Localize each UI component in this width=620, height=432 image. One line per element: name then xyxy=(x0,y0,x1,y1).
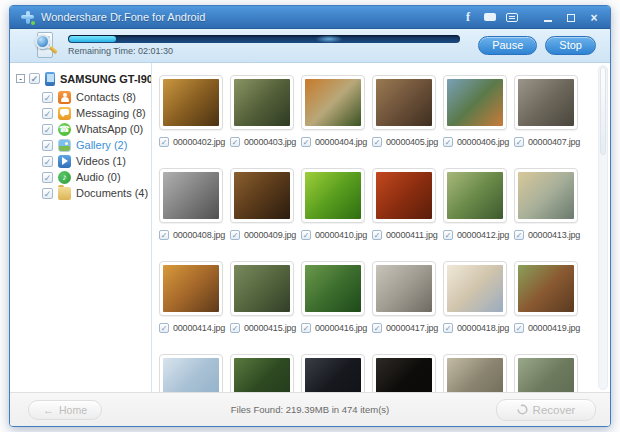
tree-collapse-icon[interactable]: - xyxy=(16,74,25,83)
gallery-item[interactable] xyxy=(230,354,294,392)
maximize-button[interactable] xyxy=(563,10,579,24)
gallery-item[interactable] xyxy=(159,354,223,392)
sidebar-item-videos[interactable]: ✓Videos (1) xyxy=(42,153,151,169)
facebook-icon[interactable]: f xyxy=(460,10,476,24)
gallery-item[interactable] xyxy=(372,354,436,392)
thumbnail-card[interactable] xyxy=(159,75,223,130)
item-checkbox[interactable]: ✓ xyxy=(159,137,169,147)
item-checkbox[interactable]: ✓ xyxy=(443,230,453,240)
thumbnail-card[interactable] xyxy=(372,261,436,316)
item-checkbox[interactable]: ✓ xyxy=(443,323,453,333)
thumbnail-card[interactable] xyxy=(230,354,294,392)
messaging-checkbox[interactable]: ✓ xyxy=(42,108,53,119)
gallery-item[interactable]: ✓00000417.jpg xyxy=(372,261,436,333)
gallery-item[interactable] xyxy=(301,354,365,392)
home-button[interactable]: ← Home xyxy=(28,400,102,420)
thumbnail-card[interactable] xyxy=(443,261,507,316)
thumbnail-card[interactable] xyxy=(372,354,436,392)
gallery-item[interactable]: ✓00000410.jpg xyxy=(301,168,365,240)
gallery-item[interactable]: ✓00000411.jpg xyxy=(372,168,436,240)
thumbnail-card[interactable] xyxy=(230,75,294,130)
item-checkbox[interactable]: ✓ xyxy=(514,323,524,333)
thumbnail-card[interactable] xyxy=(159,354,223,392)
gallery-item[interactable] xyxy=(514,354,578,392)
videos-checkbox[interactable]: ✓ xyxy=(42,156,53,167)
thumbnail-card[interactable] xyxy=(514,354,578,392)
thumbnail-card[interactable] xyxy=(301,261,365,316)
item-checkbox[interactable]: ✓ xyxy=(301,323,311,333)
scrollbar[interactable] xyxy=(598,65,608,390)
gallery-item[interactable]: ✓00000419.jpg xyxy=(514,261,578,333)
item-checkbox[interactable]: ✓ xyxy=(372,323,382,333)
gallery-item[interactable] xyxy=(443,354,507,392)
thumbnail-card[interactable] xyxy=(514,168,578,223)
thumbnail-card[interactable] xyxy=(514,261,578,316)
audio-checkbox[interactable]: ✓ xyxy=(42,172,53,183)
device-checkbox[interactable]: ✓ xyxy=(29,73,40,84)
sidebar-item-contacts[interactable]: ✓Contacts (8) xyxy=(42,89,151,105)
item-checkbox[interactable]: ✓ xyxy=(159,323,169,333)
item-checkbox[interactable]: ✓ xyxy=(230,137,240,147)
gallery-item[interactable]: ✓00000416.jpg xyxy=(301,261,365,333)
videos-icon xyxy=(58,155,71,168)
gallery-item[interactable]: ✓00000402.jpg xyxy=(159,75,223,147)
gallery-item[interactable]: ✓00000408.jpg xyxy=(159,168,223,240)
gallery-item[interactable]: ✓00000418.jpg xyxy=(443,261,507,333)
documents-checkbox[interactable]: ✓ xyxy=(42,188,53,199)
sidebar-item-documents[interactable]: ✓Documents (4) xyxy=(42,185,151,201)
thumbnail-card[interactable] xyxy=(301,168,365,223)
gallery-item[interactable]: ✓00000412.jpg xyxy=(443,168,507,240)
gallery-item[interactable]: ✓00000409.jpg xyxy=(230,168,294,240)
sidebar-device[interactable]: - ✓ SAMSUNG GT-I9001 xyxy=(16,71,151,86)
item-checkbox[interactable]: ✓ xyxy=(514,230,524,240)
thumbnail-card[interactable] xyxy=(230,168,294,223)
close-button[interactable]: × xyxy=(586,11,602,25)
thumbnail-card[interactable] xyxy=(372,168,436,223)
sidebar-item-whatsapp[interactable]: ✓☎WhatsApp (0) xyxy=(42,121,151,137)
item-checkbox[interactable]: ✓ xyxy=(443,137,453,147)
item-checkbox[interactable]: ✓ xyxy=(159,230,169,240)
pause-button[interactable]: Pause xyxy=(478,36,537,55)
item-checkbox[interactable]: ✓ xyxy=(230,230,240,240)
gallery-checkbox[interactable]: ✓ xyxy=(42,140,53,151)
thumbnail-card[interactable] xyxy=(514,75,578,130)
contacts-checkbox[interactable]: ✓ xyxy=(42,92,53,103)
thumbnail-image xyxy=(234,358,290,392)
gallery-item[interactable]: ✓00000415.jpg xyxy=(230,261,294,333)
thumbnail-card[interactable] xyxy=(443,354,507,392)
sidebar-item-audio[interactable]: ✓♪Audio (0) xyxy=(42,169,151,185)
thumbnail-card[interactable] xyxy=(301,75,365,130)
item-checkbox[interactable]: ✓ xyxy=(514,137,524,147)
item-checkbox[interactable]: ✓ xyxy=(301,230,311,240)
gallery-item[interactable]: ✓00000414.jpg xyxy=(159,261,223,333)
item-checkbox[interactable]: ✓ xyxy=(372,230,382,240)
stop-button[interactable]: Stop xyxy=(545,36,596,55)
recover-button[interactable]: Recover xyxy=(496,399,596,421)
item-checkbox[interactable]: ✓ xyxy=(301,137,311,147)
thumbnail-card[interactable] xyxy=(301,354,365,392)
gallery-item[interactable]: ✓00000407.jpg xyxy=(514,75,578,147)
chat-icon[interactable] xyxy=(482,10,498,24)
gallery-item[interactable]: ✓00000405.jpg xyxy=(372,75,436,147)
item-filename: 00000418.jpg xyxy=(457,323,509,333)
item-checkbox[interactable]: ✓ xyxy=(230,323,240,333)
gallery-item[interactable]: ✓00000404.jpg xyxy=(301,75,365,147)
feedback-icon[interactable] xyxy=(504,10,520,24)
thumbnail-image xyxy=(305,358,361,392)
thumbnail-card[interactable] xyxy=(159,261,223,316)
minimize-button[interactable] xyxy=(540,10,556,24)
sidebar-item-gallery[interactable]: ✓Gallery (2) xyxy=(42,137,151,153)
gallery-item[interactable]: ✓00000413.jpg xyxy=(514,168,578,240)
whatsapp-checkbox[interactable]: ✓ xyxy=(42,124,53,135)
thumbnail-card[interactable] xyxy=(443,75,507,130)
gallery-item[interactable]: ✓00000403.jpg xyxy=(230,75,294,147)
thumbnail-card[interactable] xyxy=(159,168,223,223)
item-checkbox[interactable]: ✓ xyxy=(372,137,382,147)
thumbnail-card[interactable] xyxy=(443,168,507,223)
sidebar-item-label: Messaging (8) xyxy=(76,107,146,119)
gallery-item[interactable]: ✓00000406.jpg xyxy=(443,75,507,147)
sidebar-item-messaging[interactable]: ✓Messaging (8) xyxy=(42,105,151,121)
thumbnail-card[interactable] xyxy=(230,261,294,316)
scrollbar-thumb[interactable] xyxy=(600,67,606,155)
thumbnail-card[interactable] xyxy=(372,75,436,130)
